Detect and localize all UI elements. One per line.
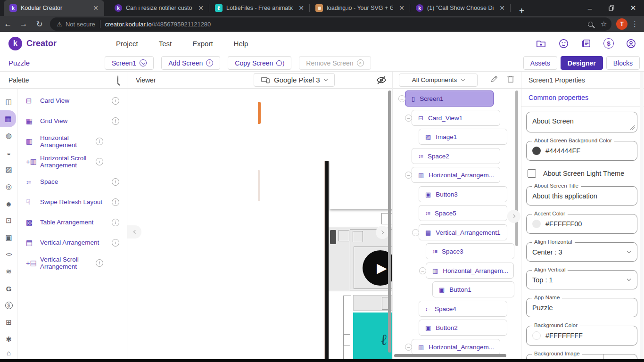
category-user-interface-icon[interactable]: ◫ <box>0 93 17 110</box>
tree-item-space5[interactable]: ↕≡Space5 <box>419 205 507 221</box>
info-icon[interactable]: i <box>96 259 103 267</box>
new-tab-button[interactable]: + <box>516 6 527 16</box>
tab-lottiefiles[interactable]: ℓ LottieFiles - Free animation file ✕ <box>209 0 310 16</box>
tree-item-screen1[interactable]: ▯Screen1 <box>405 90 494 107</box>
tree-item-space3[interactable]: ↕≡Space3 <box>426 243 514 259</box>
browser-menu-icon[interactable]: ⋮ <box>631 20 638 28</box>
tree-item-horizontal-arrangement[interactable]: ▥Horizontal_Arrangem... <box>412 167 500 183</box>
collapse-icon[interactable]: – <box>405 115 412 122</box>
copy-screen-button[interactable]: Copy Screen ) <box>228 56 291 70</box>
category-maps-icon[interactable]: ▨ <box>0 161 17 178</box>
collapse-icon[interactable]: – <box>419 267 426 274</box>
profile-avatar[interactable]: T <box>616 18 627 30</box>
tree-item-space2[interactable]: ↕≡Space2 <box>412 148 500 164</box>
tab-close-icon[interactable]: ✕ <box>196 4 206 12</box>
tab-close-icon[interactable]: ✕ <box>397 4 406 12</box>
nav-export[interactable]: Export <box>192 40 213 48</box>
tab-close-icon[interactable]: ✕ <box>297 4 306 12</box>
palette-item-swipe-refresh-layout[interactable]: ☟ Swipe Refresh Layout i <box>17 192 127 212</box>
tab-kodular-creator[interactable]: k Kodular Creator ✕ <box>4 0 104 16</box>
tab-close-icon[interactable]: ✕ <box>91 4 100 12</box>
tree-item-horizontal-arrangement2[interactable]: ▥Horizontal_Arrangem... <box>426 263 514 279</box>
tree-scrollbar[interactable] <box>515 90 518 246</box>
info-icon[interactable]: i <box>96 138 103 145</box>
nav-test[interactable]: Test <box>159 40 172 48</box>
forward-button[interactable]: → <box>16 19 31 29</box>
collapse-icon[interactable]: – <box>412 229 419 236</box>
tab-call-show-choose-dialog[interactable]: k (1) "Call Show Choose Dialog" ✕ <box>410 0 511 16</box>
collapse-viewer-handle[interactable] <box>376 226 389 239</box>
viewer-scrollbar[interactable] <box>388 90 391 353</box>
tree-horizontal-scrollbar[interactable] <box>394 354 506 357</box>
tab-community-topic[interactable]: k Can i resize notifier custom dia ✕ <box>109 0 209 16</box>
app-name-field[interactable]: App Name Puzzle <box>526 298 637 317</box>
category-more-icon[interactable]: ⌂ <box>0 348 17 357</box>
info-icon[interactable]: i <box>112 178 119 186</box>
components-filter-dropdown[interactable]: All Components <box>399 74 478 87</box>
collapse-icon[interactable]: – <box>405 172 412 179</box>
kodular-logo[interactable]: k <box>8 37 22 50</box>
toggle-hidden-components-icon[interactable] <box>376 75 387 87</box>
tree-item-card-view1[interactable]: ⊟Card_View1 <box>412 110 500 126</box>
nav-project[interactable]: Project <box>116 40 138 48</box>
palette-item-vertical-arrangement[interactable]: ▤ Vertical Arrangement i <box>17 232 127 253</box>
category-utilities-icon[interactable]: ▣ <box>0 229 17 246</box>
palette-item-grid-view[interactable]: ▦ Grid View i <box>17 111 127 131</box>
info-icon[interactable]: i <box>112 117 119 125</box>
category-connectivity-icon[interactable]: <> <box>0 246 17 263</box>
about-screen-field[interactable]: About Screen <box>526 112 637 132</box>
space-component[interactable] <box>353 231 363 242</box>
screen-selector-button[interactable]: Screen1 <box>105 56 154 70</box>
background-image-field[interactable]: Background Image – – <box>526 354 637 359</box>
tree-item-horizontal-arrangement3[interactable]: ▥Horizontal_Arrangem... <box>412 339 500 355</box>
collapse-icon[interactable]: – <box>405 344 412 351</box>
account-icon[interactable] <box>626 38 636 49</box>
info-icon[interactable]: i <box>112 198 119 206</box>
palette-item-horizontal-arrangement[interactable]: ▥ Horizontal Arrangement i <box>17 131 127 151</box>
color-swatch[interactable] <box>532 331 541 340</box>
search-icon[interactable] <box>117 76 118 84</box>
color-swatch[interactable] <box>532 220 541 228</box>
category-google-icon[interactable]: G <box>0 280 17 297</box>
color-swatch[interactable] <box>532 147 541 155</box>
space-component[interactable] <box>339 230 349 241</box>
back-button[interactable]: ← <box>0 19 16 29</box>
collapse-icon[interactable]: – <box>398 95 405 102</box>
zoom-icon[interactable] <box>588 22 593 27</box>
category-sensors-icon[interactable]: ◎ <box>0 178 17 195</box>
device-selector[interactable]: Google Pixel 3 <box>254 73 335 87</box>
align-vertical-select[interactable]: Align Vertical Top : 1 <box>526 270 637 289</box>
about-screen-title-field[interactable]: About Screen Title About this applicatio… <box>526 186 637 206</box>
palette-item-space[interactable]: ↕≡ Space i <box>17 172 127 192</box>
tree-item-space4[interactable]: ↕≡Space4 <box>419 301 507 317</box>
light-theme-checkbox[interactable] <box>528 169 536 178</box>
space-component[interactable] <box>344 334 350 346</box>
close-window-button[interactable]: ✕ <box>622 0 644 16</box>
tree-item-button3[interactable]: ▣Button3 <box>419 186 507 202</box>
image-picker-button[interactable]: – – <box>603 354 637 359</box>
category-storage-icon[interactable]: ⊡ <box>0 212 17 229</box>
background-color-field[interactable]: Background Color #FFFFFFFF <box>526 326 637 346</box>
category-extensions-icon[interactable]: ⊞ <box>0 314 17 331</box>
reload-button[interactable]: ↻ <box>32 19 47 29</box>
side-space-left[interactable] <box>343 296 351 362</box>
accent-color-field[interactable]: Accent Color #FFFFFF00 <box>526 214 637 234</box>
collapse-palette-handle[interactable] <box>127 225 141 239</box>
resize-handle[interactable] <box>630 125 635 130</box>
common-properties-section[interactable]: Common properties <box>521 89 644 107</box>
palette-item-vertical-scroll-arrangement[interactable]: +▤ Vertical Scroll Arrangement i <box>17 253 127 273</box>
info-icon[interactable]: i <box>112 219 119 226</box>
tab-loading-io[interactable]: loading.io - Your SVG + GIF + ✕ <box>310 0 410 16</box>
category-media-icon[interactable]: ◍ <box>0 127 17 144</box>
category-drawing-animation-icon[interactable]: ◒ <box>0 144 17 161</box>
remove-screen-button[interactable]: Remove Screen × <box>299 56 371 70</box>
tree-item-button2[interactable]: ▣Button2 <box>419 320 507 336</box>
palette-item-card-view[interactable]: ⊟ Card View i <box>17 90 127 111</box>
rename-component-icon[interactable] <box>490 75 498 85</box>
tree-item-button1[interactable]: ▣Button1 <box>432 281 514 297</box>
category-social-icon[interactable]: ☻ <box>0 195 17 212</box>
tree-item-image1[interactable]: ▨Image1 <box>419 129 507 145</box>
category-layout-icon[interactable]: ▦ <box>0 110 16 127</box>
assets-button[interactable]: Assets <box>523 56 557 70</box>
button-component[interactable] <box>330 230 336 244</box>
